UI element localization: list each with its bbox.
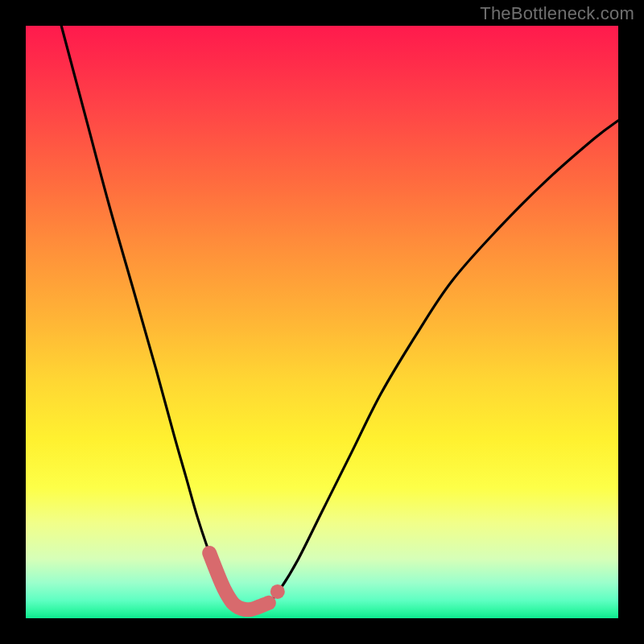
chart-frame: TheBottleneck.com <box>0 0 644 644</box>
curve-layer <box>26 26 618 618</box>
valley-highlight <box>209 553 269 609</box>
plot-area <box>26 26 618 618</box>
marker-dot <box>270 584 285 599</box>
bottleneck-curve <box>61 26 618 609</box>
watermark-text: TheBottleneck.com <box>480 3 634 24</box>
